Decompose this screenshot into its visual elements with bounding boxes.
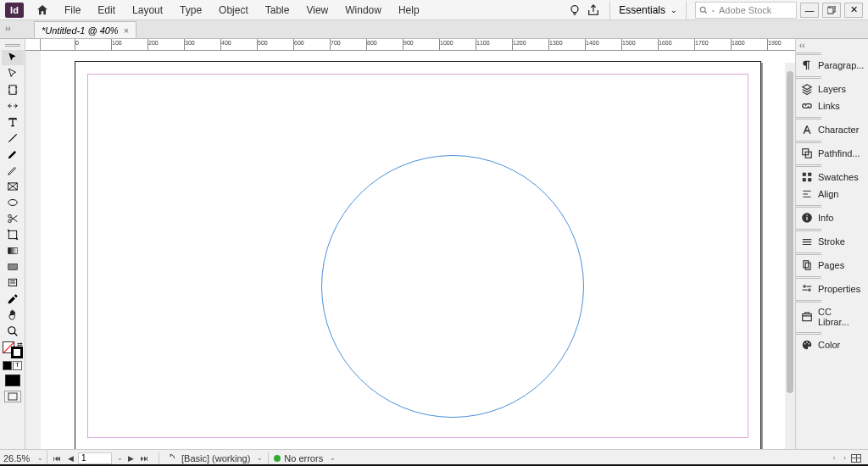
page-tool[interactable]	[2, 82, 24, 97]
pencil-tool[interactable]	[2, 163, 24, 178]
pen-tool[interactable]	[2, 147, 24, 162]
status-bar: 26.5% ⌄ ⏮ ◀ ⌄ ▶ ⏭ [Basic] (working) ⌄ No…	[0, 449, 868, 466]
apply-color-icon[interactable]	[3, 361, 12, 370]
restore-button[interactable]	[822, 3, 841, 18]
menu-file[interactable]: File	[56, 1, 89, 19]
panel-group-grip[interactable]	[796, 252, 821, 256]
default-fill-stroke[interactable]	[5, 374, 20, 386]
type-tool[interactable]	[2, 114, 24, 130]
selection-tool[interactable]	[2, 50, 24, 65]
panel-paragrap[interactable]: Paragrap...	[796, 57, 868, 74]
panel-group-grip[interactable]	[796, 276, 821, 280]
scrollbar-thumb[interactable]	[787, 71, 793, 393]
panel-cclibrar[interactable]: CC Librar...	[796, 304, 868, 330]
panel-group-grip[interactable]	[796, 300, 821, 303]
panel-color[interactable]: Color	[796, 336, 868, 353]
page-number-input[interactable]	[78, 452, 112, 464]
panel-stroke[interactable]: Stroke	[796, 233, 868, 250]
gradient-swatch-tool[interactable]	[2, 243, 24, 258]
vertical-scrollbar[interactable]	[785, 63, 795, 449]
toolbox-grip[interactable]	[5, 42, 20, 47]
menu-edit[interactable]: Edit	[89, 1, 124, 19]
scroll-right-icon[interactable]: ›	[843, 454, 846, 462]
rectangle-frame-tool[interactable]	[2, 179, 24, 194]
panel-group-grip[interactable]	[796, 332, 821, 336]
stock-search-input[interactable]: ⌄ Adobe Stock	[695, 2, 797, 19]
zoom-tool[interactable]	[2, 324, 24, 339]
ellipse-tool[interactable]	[2, 195, 24, 210]
panel-pages[interactable]: Pages	[796, 257, 868, 274]
panel-info[interactable]: Info	[796, 209, 868, 226]
svg-point-26	[804, 286, 805, 287]
close-tab-icon[interactable]: ×	[124, 25, 129, 36]
menu-table[interactable]: Table	[257, 1, 298, 19]
panel-properties[interactable]: Properties	[796, 280, 868, 297]
minimize-button[interactable]: —	[800, 3, 819, 18]
view-mode-toggle[interactable]	[4, 391, 21, 402]
svg-rect-4	[8, 86, 15, 95]
horizontal-ruler[interactable]: 0100200300400500600700800900100011001200…	[41, 39, 795, 51]
fill-stroke-swatch[interactable]: ⇄	[3, 341, 23, 358]
expand-panels-icon[interactable]: ››	[5, 24, 11, 33]
hand-tool[interactable]	[2, 308, 24, 323]
ellipse-shape[interactable]	[321, 155, 584, 418]
direct-selection-tool[interactable]	[2, 66, 24, 81]
svg-rect-25	[805, 263, 810, 269]
panel-character[interactable]: Character	[796, 121, 868, 138]
panel-group-grip[interactable]	[796, 117, 821, 120]
gap-tool[interactable]	[2, 98, 24, 114]
preflight-profile[interactable]: [Basic] (working) ⌄	[181, 453, 263, 463]
last-page-button[interactable]: ⏭	[138, 452, 150, 464]
note-tool[interactable]	[2, 275, 24, 291]
menu-type[interactable]: Type	[171, 1, 210, 19]
panel-layers[interactable]: Layers	[796, 80, 868, 97]
home-icon[interactable]	[36, 3, 49, 17]
panel-group-grip[interactable]	[796, 53, 821, 56]
scissors-tool[interactable]	[2, 211, 24, 226]
collapse-panels-icon[interactable]: ‹‹	[799, 41, 805, 50]
panel-label: Paragrap...	[818, 60, 864, 70]
document-tab[interactable]: *Untitled-1 @ 40% ×	[34, 21, 136, 38]
panel-group-grip[interactable]	[796, 205, 821, 208]
panel-pathfind[interactable]: Pathfind...	[796, 145, 868, 162]
gradient-feather-tool[interactable]	[2, 259, 24, 275]
panel-group-grip[interactable]	[796, 164, 821, 168]
menu-help[interactable]: Help	[390, 1, 428, 19]
panel-label: Pathfind...	[818, 148, 860, 158]
panel-group-grip[interactable]	[796, 76, 821, 80]
canvas-area: 0100200300400500600700800900100011001200…	[41, 39, 795, 449]
menu-view[interactable]: View	[298, 1, 337, 19]
panel-align[interactable]: Align	[796, 186, 868, 202]
first-page-button[interactable]: ⏮	[51, 452, 63, 464]
share-icon[interactable]	[586, 3, 601, 18]
workspace-dropdown[interactable]: Essentials ⌄	[609, 1, 687, 19]
preflight-status[interactable]: No errors ⌄	[274, 453, 336, 463]
panel-group-grip[interactable]	[796, 229, 821, 232]
next-page-button[interactable]: ▶	[125, 452, 136, 464]
panel-swatches[interactable]: Swatches	[796, 169, 868, 186]
ruler-origin[interactable]	[25, 39, 41, 51]
format-text-icon[interactable]	[13, 361, 22, 370]
split-view-icon[interactable]	[851, 454, 861, 463]
scroll-left-icon[interactable]: ‹	[833, 454, 836, 462]
stroke-swatch[interactable]	[11, 347, 23, 358]
menu-object[interactable]: Object	[210, 1, 257, 19]
panel-group-grip[interactable]	[796, 141, 821, 144]
svg-rect-9	[8, 230, 16, 238]
panel-links[interactable]: Links	[796, 97, 868, 114]
free-transform-tool[interactable]	[2, 227, 24, 242]
svg-rect-24	[804, 261, 809, 268]
document-viewport[interactable]	[41, 51, 795, 449]
menu-window[interactable]: Window	[337, 1, 390, 19]
chevron-down-icon[interactable]: ⌄	[117, 454, 123, 462]
line-tool[interactable]	[2, 130, 24, 146]
open-panel-icon[interactable]	[164, 452, 176, 464]
prev-page-button[interactable]: ◀	[64, 452, 76, 464]
eyedropper-tool[interactable]	[2, 291, 24, 307]
close-button[interactable]: ✕	[844, 3, 863, 18]
tips-icon[interactable]	[567, 3, 582, 18]
svg-rect-3	[827, 8, 833, 14]
search-icon	[699, 6, 708, 14]
menu-layout[interactable]: Layout	[124, 1, 171, 19]
preflight-errors-label: No errors	[284, 453, 323, 463]
